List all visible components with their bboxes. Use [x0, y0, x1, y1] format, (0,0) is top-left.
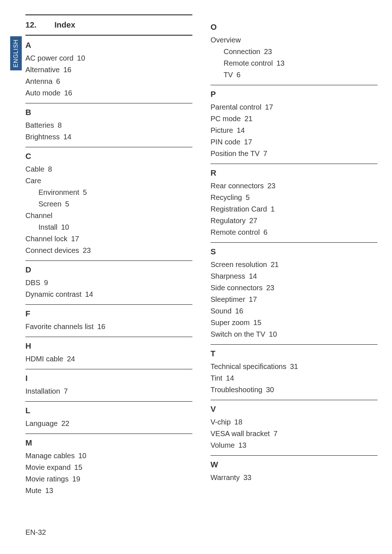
index-page: 14: [226, 374, 234, 382]
index-term: Environment: [38, 188, 79, 196]
index-section: PParental control17PC mode21Picture14PIN…: [211, 90, 377, 164]
index-entry: Cable8: [25, 163, 192, 175]
index-entry: Mute13: [25, 485, 192, 496]
index-page: 24: [67, 355, 75, 363]
index-letter: T: [211, 349, 377, 358]
index-entry: AC power cord10: [25, 52, 192, 64]
index-term: Connection: [224, 48, 260, 56]
index-term: Tint: [211, 374, 222, 382]
index-entry: Picture14: [211, 124, 377, 136]
index-term: Registration Card: [211, 205, 267, 213]
index-page: 13: [238, 441, 246, 449]
index-term: Auto mode: [25, 89, 61, 97]
index-term: Care: [25, 177, 41, 185]
index-letter: P: [211, 90, 377, 99]
index-term: Super zoom: [211, 319, 250, 327]
index-section: BBatteries8Brightness14: [25, 108, 192, 147]
index-section: DDBS9Dynamic contrast14: [25, 265, 192, 305]
index-term: Sharpness: [211, 272, 245, 280]
index-term: TV: [224, 71, 233, 79]
index-entry: Regulatory27: [211, 215, 377, 226]
index-entry: DBS9: [25, 277, 192, 288]
index-term: Switch on the TV: [211, 330, 265, 338]
index-page: 17: [71, 235, 79, 243]
language-tab-label: ENGLISH: [13, 39, 19, 67]
index-entry: Dynamic contrast14: [25, 288, 192, 300]
index-page: 23: [266, 284, 274, 292]
index-section: TTechnical specifications31Tint14Trouble…: [211, 349, 377, 400]
index-term: Manage cables: [25, 452, 75, 460]
index-term: Dynamic contrast: [25, 290, 82, 298]
index-page: 17: [244, 138, 252, 146]
index-section: OOverviewConnection23Remote control13TV6: [211, 22, 377, 85]
index-entry: PC mode21: [211, 113, 377, 124]
index-entry: Overview: [211, 34, 377, 46]
index-page: 7: [64, 387, 68, 395]
index-term: Movie ratings: [25, 475, 69, 483]
index-term: Screen resolution: [211, 260, 267, 268]
index-section: VV-chip18VESA wall bracket7Volume13: [211, 405, 377, 456]
index-term: Alternative: [25, 66, 60, 74]
index-term: Mute: [25, 487, 41, 495]
index-term: Install: [38, 223, 57, 231]
index-entry: Auto mode16: [25, 87, 192, 99]
index-term: Language: [25, 419, 58, 427]
index-page: 14: [249, 272, 257, 280]
index-page: 23: [264, 48, 272, 56]
index-term: Technical specifications: [211, 362, 286, 370]
index-page: 23: [83, 246, 91, 254]
index-page: 18: [234, 418, 242, 426]
index-entry: Remote control6: [211, 226, 377, 238]
index-subentry: Remote control13: [211, 57, 377, 69]
index-section: RRear connectors23Recycling5Registration…: [211, 168, 377, 243]
index-letter: F: [25, 309, 192, 319]
index-entry: Warranty33: [211, 472, 377, 483]
index-page: 7: [263, 149, 267, 157]
index-term: DBS: [25, 279, 40, 287]
index-letter: L: [25, 406, 192, 415]
index-page: 5: [65, 200, 69, 208]
index-subentry: Environment5: [25, 186, 192, 198]
index-term: Warranty: [211, 473, 240, 481]
index-entry: Channel: [25, 210, 192, 221]
index-entry: Sound16: [211, 305, 377, 317]
index-letter: C: [25, 152, 192, 161]
index-page: 16: [64, 66, 72, 74]
index-term: Rear connectors: [211, 182, 264, 190]
index-page: 8: [58, 121, 62, 129]
right-column: OOverviewConnection23Remote control13TV6…: [211, 15, 377, 505]
index-entry: Rear connectors23: [211, 180, 377, 192]
index-term: Parental control: [211, 103, 261, 111]
index-term: Connect devices: [25, 246, 79, 254]
index-term: Screen: [38, 200, 61, 208]
index-section: AAC power cord10Alternative16Antenna6Aut…: [25, 41, 192, 103]
index-entry: V-chip18: [211, 416, 377, 428]
index-entry: Sleeptimer17: [211, 294, 377, 305]
index-term: VESA wall bracket: [211, 430, 270, 438]
index-term: Batteries: [25, 121, 54, 129]
index-entry: Parental control17: [211, 101, 377, 113]
index-letter: I: [25, 374, 192, 383]
index-page: 1: [271, 205, 275, 213]
index-page: 27: [249, 217, 257, 225]
index-entry: Language22: [25, 418, 192, 429]
index-entry: Favorite channels list16: [25, 321, 192, 332]
index-term: PC mode: [211, 115, 241, 123]
index-page: 10: [77, 54, 85, 62]
index-term: Antenna: [25, 77, 53, 85]
index-page: 6: [237, 71, 241, 79]
index-term: Recycling: [211, 193, 242, 201]
index-page: 21: [271, 260, 279, 268]
index-page: 33: [243, 473, 251, 481]
index-entry: Screen resolution21: [211, 259, 377, 270]
index-section: MManage cables10Movie expand15Movie rati…: [25, 438, 192, 501]
index-term: Overview: [211, 36, 241, 44]
left-column: 12. Index AAC power cord10Alternative16A…: [25, 15, 192, 505]
index-page: 10: [269, 330, 277, 338]
index-page: 19: [72, 475, 80, 483]
index-entry: Antenna6: [25, 75, 192, 87]
index-letter: V: [211, 405, 377, 414]
index-page: 31: [290, 362, 298, 370]
index-entry: PIN code17: [211, 136, 377, 148]
index-entry: Position the TV7: [211, 148, 377, 159]
